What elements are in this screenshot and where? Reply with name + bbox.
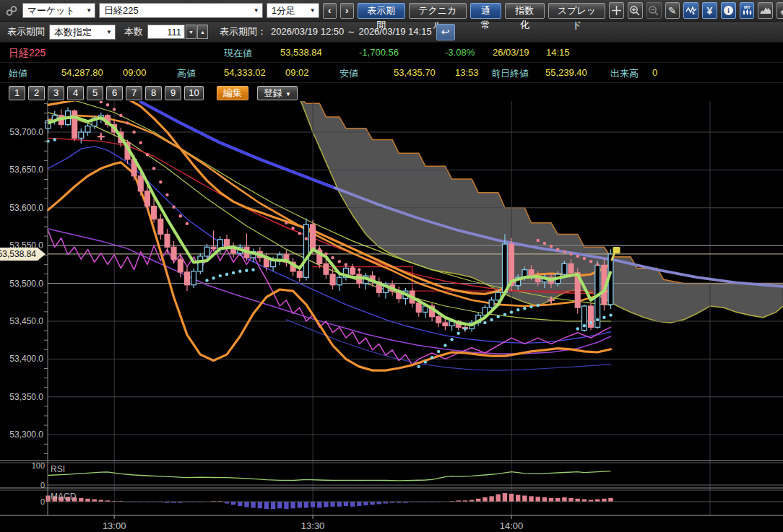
- symbol-name: 日経225: [9, 47, 46, 60]
- bar-count-input[interactable]: [147, 25, 185, 39]
- eraser-button[interactable]: [776, 2, 783, 19]
- main-toolbar: マーケット ▼ 日経225 ▼ 1分足 ▼ ‹ › 表示期間 テクニカル 通常 …: [0, 0, 783, 22]
- preset-bar: 1 2 3 4 5 6 7 8 9 10 編集 登録▼: [0, 83, 783, 103]
- preset-button-9[interactable]: 9: [165, 86, 181, 100]
- trading-app: { "toolbar_top": { "market_select": "マーケ…: [0, 0, 783, 532]
- info-button[interactable]: i: [721, 2, 736, 19]
- return-arrow-icon: ↩: [441, 26, 450, 38]
- reset-period-button[interactable]: ↩: [436, 24, 455, 40]
- preset-button-6[interactable]: 6: [106, 86, 123, 100]
- svg-text:i: i: [727, 6, 730, 14]
- display-period-label: 表示期間: [7, 25, 45, 38]
- link-icon[interactable]: [4, 4, 19, 17]
- quote-header-row1: 日経225 現在値 53,538.84 -1,700.56 -3.08% 26/…: [0, 43, 783, 63]
- draw-pencil-button[interactable]: ✎: [665, 2, 680, 19]
- preset-button-8[interactable]: 8: [145, 86, 162, 100]
- svg-text:53,350.0: 53,350.0: [9, 392, 43, 402]
- macd-pane: 0 MACD: [40, 492, 783, 509]
- chart-svg[interactable]: 100 0 RSI 0 MACD 53,700.053,650.053,600.…: [0, 101, 783, 532]
- chevron-down-icon: ▼: [106, 25, 112, 40]
- svg-text:53,500.0: 53,500.0: [9, 279, 43, 289]
- count-decrement-button[interactable]: ▼: [186, 25, 196, 39]
- ma-blue-thick: [141, 102, 333, 187]
- zoom-out-icon: [648, 5, 659, 17]
- yen-display-button[interactable]: ¥: [702, 2, 717, 19]
- svg-text:53,450.0: 53,450.0: [9, 316, 43, 326]
- current-price-tag: 53,538.84: [0, 248, 46, 261]
- edit-button[interactable]: 編集: [217, 86, 248, 100]
- indexed-mode-button[interactable]: 指数化: [505, 3, 545, 19]
- period-mode-select[interactable]: 本数指定 ▼: [49, 25, 116, 40]
- my-candles-icon: MY: [741, 4, 753, 17]
- eraser-icon: [779, 5, 783, 17]
- low-label: 安値: [339, 67, 358, 80]
- ma-blue-long: [286, 320, 610, 370]
- open-value: 54,287.80: [61, 67, 103, 78]
- svg-text:MY: MY: [744, 5, 750, 9]
- yen-icon: ¥: [707, 6, 713, 16]
- register-button[interactable]: 登録▼: [257, 86, 298, 100]
- svg-text:RSI: RSI: [51, 464, 65, 474]
- svg-text:53,650.0: 53,650.0: [9, 165, 43, 175]
- pencil-icon: ✎: [668, 6, 677, 16]
- register-label: 登録: [264, 87, 282, 98]
- prev-bars-button[interactable]: ‹: [323, 3, 337, 19]
- open-label: 始値: [9, 67, 27, 80]
- timeframe-select[interactable]: 1分足 ▼: [267, 3, 319, 18]
- symbol-select-value: 日経225: [104, 3, 139, 18]
- change-value: -1,700.56: [359, 47, 399, 58]
- prev-close-value: 55,239.40: [545, 67, 587, 78]
- line-chart-cursor-icon: [685, 5, 697, 17]
- pane-separators: [0, 461, 783, 490]
- display-period-button[interactable]: 表示期間: [358, 3, 406, 19]
- zoom-in-button[interactable]: [628, 2, 643, 19]
- zoom-in-icon: [629, 5, 641, 17]
- svg-text:53,538.84: 53,538.84: [0, 249, 36, 259]
- bar-count-label: 本数: [124, 25, 143, 38]
- last-price-value: 53,538.84: [280, 47, 322, 58]
- svg-text:13:30: 13:30: [301, 520, 325, 531]
- chevron-down-icon: ▼: [310, 3, 316, 18]
- next-bars-button[interactable]: ›: [340, 3, 354, 19]
- chevron-down-icon: ▼: [86, 3, 92, 18]
- low-value: 53,435.70: [394, 67, 436, 78]
- spread-mode-button[interactable]: スプレッド: [548, 3, 606, 19]
- period-mode-value: 本数指定: [54, 25, 92, 40]
- svg-text:53,300.0: 53,300.0: [9, 429, 43, 440]
- low-time: 13:53: [455, 67, 479, 78]
- zoom-out-button[interactable]: [646, 2, 662, 19]
- market-select-value: マーケット: [27, 3, 75, 18]
- chart-pointer-button[interactable]: [683, 2, 698, 19]
- technical-button[interactable]: テクニカル: [409, 3, 467, 19]
- svg-text:53,600.0: 53,600.0: [9, 203, 43, 213]
- crosshair-button[interactable]: [609, 2, 624, 19]
- quote-header-row2: 始値 54,287.80 09:00 高値 54,333.02 09:02 安値…: [0, 63, 783, 83]
- count-increment-button[interactable]: ▲: [197, 25, 208, 39]
- svg-text:53,700.0: 53,700.0: [9, 127, 43, 137]
- normal-mode-button[interactable]: 通常: [470, 3, 501, 19]
- preset-button-10[interactable]: 10: [184, 86, 204, 100]
- market-select[interactable]: マーケット ▼: [22, 3, 95, 18]
- plus-icon: [611, 5, 622, 16]
- price-chart[interactable]: 100 0 RSI 0 MACD 53,700.053,650.053,600.…: [0, 101, 783, 532]
- change-percent: -3.08%: [445, 47, 475, 58]
- high-label: 高値: [177, 67, 196, 80]
- symbol-select[interactable]: 日経225 ▼: [99, 3, 263, 18]
- svg-text:MACD: MACD: [51, 492, 77, 502]
- area-chart-button[interactable]: [758, 2, 773, 19]
- preset-button-1[interactable]: 1: [9, 86, 25, 100]
- preset-button-2[interactable]: 2: [28, 86, 45, 100]
- preset-button-4[interactable]: 4: [67, 86, 84, 100]
- info-icon: i: [723, 5, 734, 16]
- mountain-chart-icon: [759, 4, 771, 17]
- preset-button-7[interactable]: 7: [126, 86, 142, 100]
- last-price-label: 現在値: [224, 47, 252, 60]
- preset-button-5[interactable]: 5: [87, 86, 103, 100]
- my-chart-button[interactable]: MY: [740, 2, 755, 19]
- preset-button-3[interactable]: 3: [48, 86, 64, 100]
- range-label: 表示期間：: [220, 25, 267, 38]
- range-value: 2026/03/19 12:50 ～ 2026/03/19 14:15: [271, 25, 432, 38]
- volume-label: 出来高: [610, 67, 639, 80]
- open-time: 09:00: [123, 67, 147, 78]
- svg-text:100: 100: [32, 461, 45, 470]
